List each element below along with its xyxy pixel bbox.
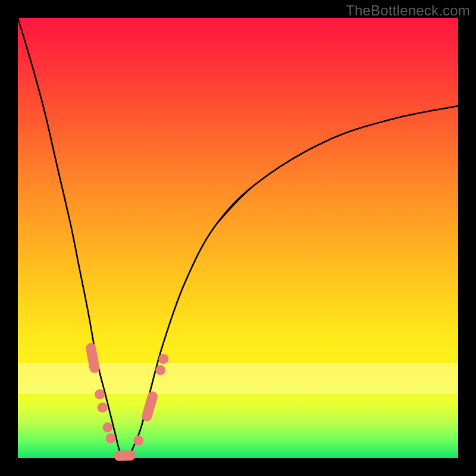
curve-marker <box>158 354 168 364</box>
curve-marker <box>155 365 165 375</box>
watermark-text: TheBottleneck.com <box>346 2 470 19</box>
curve-marker <box>98 402 108 412</box>
bottleneck-curve <box>18 18 458 459</box>
canvas-frame: TheBottleneck.com <box>0 0 476 476</box>
curve-marker-pill <box>147 396 153 416</box>
curve-marker <box>106 433 116 443</box>
curve-marker <box>95 389 105 399</box>
chart-svg <box>18 18 458 458</box>
curve-marker <box>102 422 112 433</box>
bottleneck-curve-tail <box>216 106 458 225</box>
curve-marker-pill <box>119 456 130 456</box>
curve-marker <box>133 436 143 446</box>
curve-marker-pill <box>91 348 95 368</box>
curve-group <box>18 18 458 459</box>
